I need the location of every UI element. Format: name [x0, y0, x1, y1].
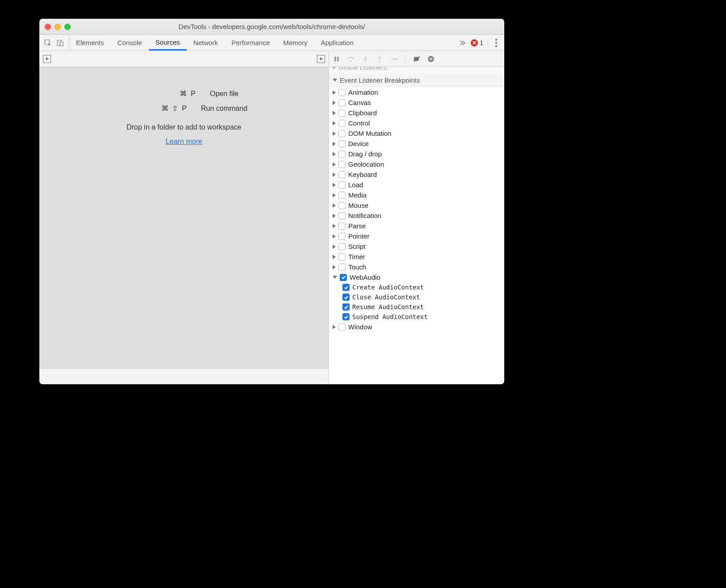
- category-label: Touch: [348, 263, 366, 271]
- breakpoint-close-audiocontext[interactable]: Close AudioContext: [329, 292, 504, 302]
- tab-console[interactable]: Console: [111, 35, 149, 50]
- svg-rect-12: [431, 58, 432, 60]
- breakpoint-label: Create AudioContext: [352, 284, 424, 291]
- checkbox[interactable]: [338, 253, 346, 260]
- checkbox[interactable]: [338, 109, 346, 117]
- breakpoint-create-audiocontext[interactable]: Create AudioContext: [329, 282, 504, 292]
- sources-pane: ⌘ P Open file ⌘ ⇧ P Run command Drop in …: [39, 51, 329, 384]
- breakpoint-resume-audiocontext[interactable]: Resume AudioContext: [329, 302, 504, 312]
- step-into-icon[interactable]: [361, 55, 369, 63]
- checkbox[interactable]: [338, 181, 346, 189]
- category-label: Animation: [348, 88, 378, 96]
- category-animation[interactable]: Animation: [329, 87, 504, 97]
- expand-icon: [333, 265, 336, 269]
- category-pointer[interactable]: Pointer: [329, 231, 504, 241]
- checkbox[interactable]: [338, 223, 346, 230]
- category-label: Clipboard: [348, 109, 377, 117]
- checkbox[interactable]: [338, 243, 346, 250]
- category-control[interactable]: Control: [329, 118, 504, 128]
- step-over-icon[interactable]: [347, 55, 355, 63]
- category-label: Window: [348, 323, 372, 331]
- step-icon[interactable]: [390, 55, 398, 63]
- minimize-window-button[interactable]: [55, 24, 61, 30]
- category-notification[interactable]: Notification: [329, 210, 504, 221]
- checkbox[interactable]: [338, 140, 346, 147]
- checkbox[interactable]: [338, 161, 346, 168]
- category-canvas[interactable]: Canvas: [329, 97, 504, 108]
- category-label: Timer: [348, 253, 365, 260]
- checkbox[interactable]: [338, 202, 346, 209]
- deactivate-breakpoints-icon[interactable]: [413, 55, 421, 63]
- breakpoint-suspend-audiocontext[interactable]: Suspend AudioContext: [329, 312, 504, 322]
- category-clipboard[interactable]: Clipboard: [329, 108, 504, 118]
- checkbox[interactable]: [338, 233, 346, 240]
- window-controls: [45, 24, 71, 30]
- category-drag-drop[interactable]: Drag / drop: [329, 149, 504, 159]
- run-command-label: Run command: [201, 105, 247, 113]
- more-tabs-icon[interactable]: [458, 39, 466, 47]
- collapse-icon: [333, 276, 337, 279]
- checkbox[interactable]: [342, 303, 350, 311]
- error-indicator[interactable]: ✕ 1: [471, 39, 483, 46]
- category-keyboard[interactable]: Keyboard: [329, 169, 504, 180]
- checkbox[interactable]: [342, 313, 350, 320]
- settings-menu-icon[interactable]: [493, 39, 500, 47]
- checkbox[interactable]: [342, 284, 350, 291]
- svg-rect-3: [335, 56, 336, 61]
- category-script[interactable]: Script: [329, 241, 504, 252]
- category-parse[interactable]: Parse: [329, 221, 504, 231]
- tab-performance[interactable]: Performance: [225, 35, 277, 50]
- category-dom-mutation[interactable]: DOM Mutation: [329, 128, 504, 139]
- expand-icon: [333, 244, 336, 249]
- category-load[interactable]: Load: [329, 180, 504, 190]
- category-window[interactable]: Window: [329, 322, 504, 332]
- tab-sources[interactable]: Sources: [149, 35, 187, 50]
- category-webaudio[interactable]: WebAudio: [329, 272, 504, 282]
- checkbox[interactable]: [338, 212, 346, 219]
- category-media[interactable]: Media: [329, 190, 504, 200]
- show-debugger-icon[interactable]: [317, 55, 325, 63]
- pause-icon[interactable]: [333, 55, 341, 63]
- inspect-tools: [39, 35, 69, 50]
- checkbox[interactable]: [338, 89, 346, 96]
- checkbox[interactable]: [338, 323, 346, 331]
- category-device[interactable]: Device: [329, 139, 504, 149]
- tab-application[interactable]: Application: [314, 35, 360, 50]
- close-window-button[interactable]: [45, 24, 51, 30]
- devtools-window: DevTools - developers.google.com/web/too…: [39, 19, 504, 384]
- category-label: Drag / drop: [348, 150, 382, 158]
- step-out-icon[interactable]: [376, 55, 384, 63]
- checkbox[interactable]: [338, 130, 346, 137]
- category-mouse[interactable]: Mouse: [329, 200, 504, 210]
- expand-icon: [333, 255, 336, 259]
- maximize-window-button[interactable]: [64, 24, 71, 30]
- device-toggle-icon[interactable]: [56, 39, 64, 47]
- checkbox[interactable]: [338, 171, 346, 178]
- tab-elements[interactable]: Elements: [69, 35, 111, 50]
- expand-icon: [333, 325, 336, 329]
- checkbox[interactable]: [338, 192, 346, 199]
- checkbox[interactable]: [338, 120, 346, 127]
- inspect-element-icon[interactable]: [44, 39, 52, 47]
- open-file-shortcut: ⌘ P: [129, 89, 210, 98]
- category-label: Notification: [348, 212, 381, 219]
- tab-memory[interactable]: Memory: [277, 35, 314, 50]
- checkbox[interactable]: [340, 274, 347, 281]
- tab-network[interactable]: Network: [187, 35, 225, 50]
- checkbox[interactable]: [338, 99, 346, 106]
- category-timer[interactable]: Timer: [329, 252, 504, 262]
- learn-more-link[interactable]: Learn more: [166, 138, 203, 146]
- debugger-sidebar: Global Listeners Event Listener Breakpoi…: [329, 67, 504, 384]
- breakpoint-label: Close AudioContext: [352, 294, 420, 301]
- category-touch[interactable]: Touch: [329, 262, 504, 272]
- show-navigator-icon[interactable]: [43, 55, 51, 63]
- category-geolocation[interactable]: Geolocation: [329, 159, 504, 169]
- pause-on-exceptions-icon[interactable]: [427, 55, 435, 63]
- expand-icon: [333, 183, 336, 187]
- checkbox[interactable]: [338, 264, 346, 271]
- drop-folder-message: Drop in a folder to add to workspace: [127, 123, 241, 131]
- checkbox[interactable]: [338, 151, 346, 158]
- section-global-listeners[interactable]: Global Listeners: [329, 67, 504, 74]
- section-event-listener-breakpoints[interactable]: Event Listener Breakpoints: [329, 74, 504, 87]
- checkbox[interactable]: [342, 294, 350, 301]
